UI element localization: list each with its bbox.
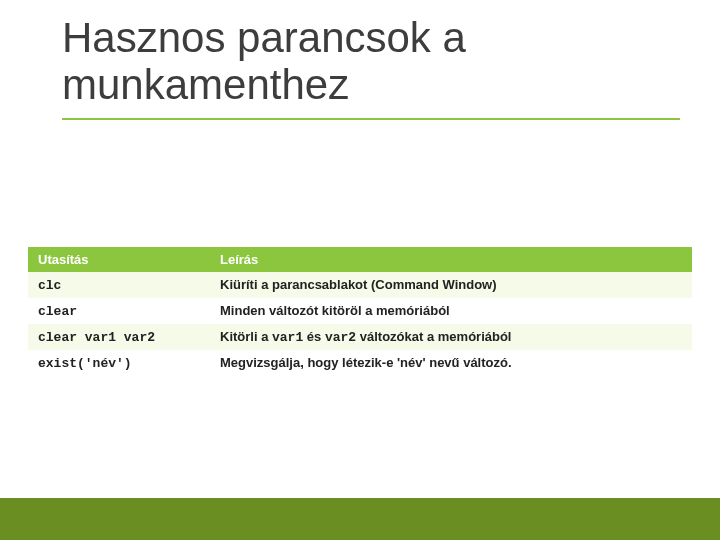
table-row: exist('név') Megvizsgálja, hogy létezik-…: [28, 350, 692, 376]
desc-text: Kiüríti a parancsablakot (Command Window…: [220, 277, 497, 292]
commands-table-wrap: Utasítás Leírás clc Kiüríti a parancsabl…: [28, 247, 692, 376]
cell-command: clc: [28, 272, 210, 298]
cell-description: Megvizsgálja, hogy létezik-e 'név' nevű …: [210, 350, 692, 376]
desc-mono: var2: [325, 330, 356, 345]
title-line-1: Hasznos parancsok a: [62, 14, 466, 61]
cell-command: clear: [28, 298, 210, 324]
table-header-row: Utasítás Leírás: [28, 247, 692, 272]
desc-text: változókat a memóriából: [356, 329, 511, 344]
header-description: Leírás: [210, 247, 692, 272]
cell-command: exist('név'): [28, 350, 210, 376]
page-title: Hasznos parancsok a munkamenthez: [62, 14, 680, 120]
desc-text: Kitörli a: [220, 329, 272, 344]
commands-table: Utasítás Leírás clc Kiüríti a parancsabl…: [28, 247, 692, 376]
header-command: Utasítás: [28, 247, 210, 272]
title-line-2: munkamenthez: [62, 61, 349, 108]
desc-text: Megvizsgálja, hogy létezik-e 'név' nevű …: [220, 355, 512, 370]
desc-mono: var1: [272, 330, 303, 345]
footer-band: [0, 498, 720, 540]
cell-description: Kiüríti a parancsablakot (Command Window…: [210, 272, 692, 298]
table-row: clear Minden változót kitöröl a memóriáb…: [28, 298, 692, 324]
desc-text: Minden változót kitöröl a memóriából: [220, 303, 450, 318]
desc-text: és: [303, 329, 325, 344]
cell-description: Kitörli a var1 és var2 változókat a memó…: [210, 324, 692, 350]
cell-description: Minden változót kitöröl a memóriából: [210, 298, 692, 324]
table-row: clear var1 var2 Kitörli a var1 és var2 v…: [28, 324, 692, 350]
table-row: clc Kiüríti a parancsablakot (Command Wi…: [28, 272, 692, 298]
cell-command: clear var1 var2: [28, 324, 210, 350]
